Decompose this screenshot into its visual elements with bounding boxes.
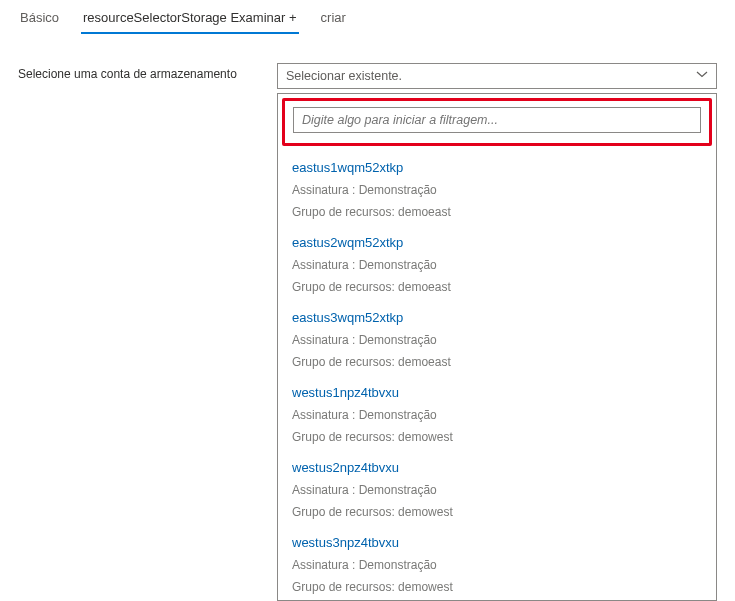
list-item[interactable]: eastus1wqm52xtkpAssinatura : Demonstraçã… xyxy=(278,150,716,225)
resource-group-label: Grupo de recursos: demoeast xyxy=(292,355,702,369)
storage-account-name[interactable]: eastus3wqm52xtkp xyxy=(292,310,702,325)
resource-group-label: Grupo de recursos: demoeast xyxy=(292,280,702,294)
storage-account-name[interactable]: westus3npz4tbvxu xyxy=(292,535,702,550)
tab-create[interactable]: criar xyxy=(319,6,348,33)
form-row-storage-account: Selecione uma conta de armazenamento Sel… xyxy=(0,63,735,601)
tab-bar: Básico resourceSelectorStorage Examinar … xyxy=(0,0,735,33)
subscription-label: Assinatura : Demonstração xyxy=(292,558,702,572)
list-item[interactable]: eastus3wqm52xtkpAssinatura : Demonstraçã… xyxy=(278,300,716,375)
label-select-storage-account: Selecione uma conta de armazenamento xyxy=(18,63,277,81)
list-item[interactable]: westus1npz4tbvxuAssinatura : Demonstraçã… xyxy=(278,375,716,450)
filter-highlight-box xyxy=(282,98,712,146)
subscription-label: Assinatura : Demonstração xyxy=(292,483,702,497)
resource-group-label: Grupo de recursos: demowest xyxy=(292,580,702,594)
list-item[interactable]: westus3npz4tbvxuAssinatura : Demonstraçã… xyxy=(278,525,716,600)
storage-account-list: eastus1wqm52xtkpAssinatura : Demonstraçã… xyxy=(278,150,716,600)
subscription-label: Assinatura : Demonstração xyxy=(292,333,702,347)
list-item[interactable]: eastus2wqm52xtkpAssinatura : Demonstraçã… xyxy=(278,225,716,300)
list-item[interactable]: westus2npz4tbvxuAssinatura : Demonstraçã… xyxy=(278,450,716,525)
storage-account-name[interactable]: eastus1wqm52xtkp xyxy=(292,160,702,175)
storage-account-name[interactable]: eastus2wqm52xtkp xyxy=(292,235,702,250)
resource-group-label: Grupo de recursos: demowest xyxy=(292,505,702,519)
select-placeholder: Selecionar existente. xyxy=(286,69,402,83)
tab-resource-selector-storage[interactable]: resourceSelectorStorage Examinar + xyxy=(81,6,299,33)
form-control-area: Selecionar existente. eastus1wqm52xtkpAs… xyxy=(277,63,717,601)
subscription-label: Assinatura : Demonstração xyxy=(292,258,702,272)
dropdown-panel: eastus1wqm52xtkpAssinatura : Demonstraçã… xyxy=(277,93,717,601)
storage-account-name[interactable]: westus2npz4tbvxu xyxy=(292,460,702,475)
subscription-label: Assinatura : Demonstração xyxy=(292,408,702,422)
select-existing-dropdown[interactable]: Selecionar existente. xyxy=(277,63,717,89)
resource-group-label: Grupo de recursos: demoeast xyxy=(292,205,702,219)
storage-account-name[interactable]: westus1npz4tbvxu xyxy=(292,385,702,400)
subscription-label: Assinatura : Demonstração xyxy=(292,183,702,197)
tab-basic[interactable]: Básico xyxy=(18,6,61,33)
filter-input[interactable] xyxy=(293,107,701,133)
resource-group-label: Grupo de recursos: demowest xyxy=(292,430,702,444)
chevron-down-icon xyxy=(696,69,708,84)
